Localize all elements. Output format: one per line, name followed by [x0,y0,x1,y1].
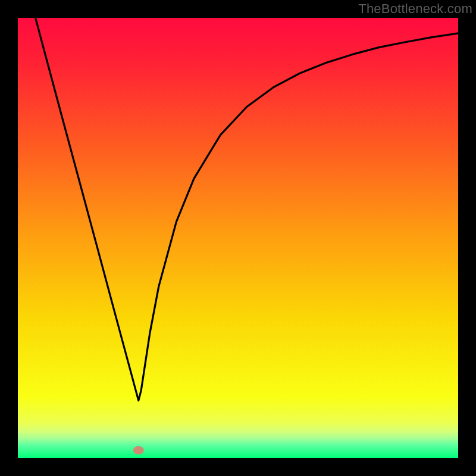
plot-background [18,18,458,458]
watermark-label: TheBottleneck.com [358,1,472,17]
bottleneck-chart: TheBottleneck.com [0,0,476,476]
optimal-point-marker [133,446,144,455]
chart-svg [0,0,476,476]
